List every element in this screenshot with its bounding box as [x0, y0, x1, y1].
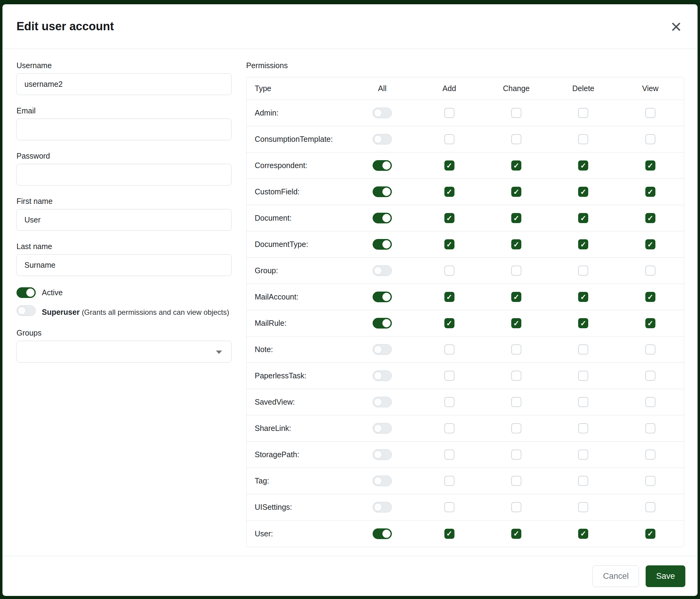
permission-view-checkbox[interactable]: ✓	[645, 318, 655, 328]
permission-view-checkbox[interactable]	[645, 108, 655, 118]
permission-view-checkbox[interactable]: ✓	[645, 213, 655, 223]
permission-delete-checkbox[interactable]	[578, 266, 588, 275]
permission-view-checkbox[interactable]	[645, 344, 655, 355]
permission-delete-checkbox[interactable]	[578, 423, 588, 433]
permission-view-checkbox[interactable]: ✓	[645, 292, 655, 302]
permission-view-checkbox[interactable]	[645, 450, 655, 460]
permission-all-toggle[interactable]	[373, 397, 392, 407]
last-name-input[interactable]	[17, 254, 231, 276]
permission-view-checkbox[interactable]	[645, 397, 655, 407]
password-input[interactable]	[17, 164, 231, 186]
permission-add-checkbox[interactable]	[444, 108, 454, 118]
permission-change-checkbox[interactable]	[511, 108, 521, 118]
permission-delete-checkbox[interactable]: ✓	[578, 292, 588, 302]
permissions-column-header: Type	[247, 84, 349, 93]
permission-change-checkbox[interactable]	[511, 344, 521, 355]
cancel-button[interactable]: Cancel	[593, 566, 639, 587]
permission-change-checkbox[interactable]	[511, 266, 521, 275]
permission-add-checkbox[interactable]	[444, 450, 454, 460]
permission-all-toggle[interactable]	[373, 423, 392, 434]
email-input[interactable]	[17, 119, 231, 140]
permission-delete-checkbox[interactable]: ✓	[578, 187, 588, 197]
permission-add-checkbox[interactable]: ✓	[444, 239, 454, 249]
permission-change-checkbox[interactable]: ✓	[511, 213, 521, 223]
permission-delete-checkbox[interactable]	[578, 344, 588, 355]
permission-all-toggle[interactable]	[373, 502, 392, 512]
permission-delete-checkbox[interactable]: ✓	[578, 239, 588, 249]
permission-all-toggle[interactable]	[373, 239, 392, 250]
permission-delete-checkbox[interactable]	[578, 476, 588, 486]
permission-all-toggle[interactable]	[373, 370, 392, 381]
permission-all-toggle[interactable]	[373, 213, 392, 223]
permission-delete-checkbox[interactable]: ✓	[578, 213, 588, 223]
permission-add-checkbox[interactable]	[444, 423, 454, 433]
permission-all-toggle[interactable]	[373, 449, 392, 460]
permission-change-checkbox[interactable]	[511, 134, 521, 144]
permission-view-checkbox[interactable]: ✓	[645, 239, 655, 249]
permission-view-checkbox[interactable]	[645, 134, 655, 144]
permission-change-checkbox[interactable]: ✓	[511, 292, 521, 302]
permission-delete-checkbox[interactable]: ✓	[578, 161, 588, 170]
permission-delete-checkbox[interactable]	[578, 450, 588, 460]
permission-add-checkbox[interactable]: ✓	[444, 292, 454, 302]
first-name-input[interactable]	[17, 209, 231, 231]
permission-change-checkbox[interactable]: ✓	[511, 529, 521, 539]
permission-add-checkbox[interactable]	[444, 134, 454, 144]
permission-change-checkbox[interactable]: ✓	[511, 161, 521, 170]
superuser-toggle[interactable]	[17, 305, 36, 316]
permission-add-checkbox[interactable]: ✓	[444, 161, 454, 170]
permission-delete-checkbox[interactable]	[578, 371, 588, 381]
permission-all-toggle[interactable]	[373, 291, 392, 302]
permission-delete-checkbox[interactable]: ✓	[578, 529, 588, 539]
last-name-field-group: Last name	[17, 242, 231, 276]
permission-add-checkbox[interactable]: ✓	[444, 213, 454, 223]
permission-view-checkbox[interactable]: ✓	[645, 529, 655, 539]
save-button[interactable]: Save	[646, 566, 685, 587]
permission-delete-checkbox[interactable]	[578, 134, 588, 144]
groups-select[interactable]	[17, 341, 231, 362]
permission-all-toggle[interactable]	[373, 160, 392, 171]
permission-add-checkbox[interactable]: ✓	[444, 318, 454, 328]
permission-all-toggle[interactable]	[373, 344, 392, 355]
permission-row: Document:✓✓✓✓	[247, 205, 684, 231]
permission-add-checkbox[interactable]	[444, 266, 454, 275]
permission-all-toggle[interactable]	[373, 134, 392, 145]
permission-add-checkbox[interactable]	[444, 371, 454, 381]
permission-all-toggle[interactable]	[373, 476, 392, 486]
permission-change-checkbox[interactable]	[511, 371, 521, 381]
permission-change-checkbox[interactable]	[511, 502, 521, 512]
permission-change-checkbox[interactable]	[511, 450, 521, 460]
permission-view-checkbox[interactable]	[645, 371, 655, 381]
permission-view-checkbox[interactable]	[645, 266, 655, 275]
permission-change-checkbox[interactable]: ✓	[511, 239, 521, 249]
permission-add-checkbox[interactable]	[444, 502, 454, 512]
permission-view-checkbox[interactable]	[645, 476, 655, 486]
toggle-knob	[374, 398, 382, 406]
permission-change-checkbox[interactable]	[511, 476, 521, 486]
permission-all-toggle[interactable]	[373, 265, 392, 276]
permission-add-checkbox[interactable]: ✓	[444, 187, 454, 197]
permission-add-checkbox[interactable]: ✓	[444, 529, 454, 539]
permission-view-checkbox[interactable]: ✓	[645, 187, 655, 197]
permission-delete-checkbox[interactable]	[578, 108, 588, 118]
permission-delete-checkbox[interactable]	[578, 397, 588, 407]
permission-all-toggle[interactable]	[373, 318, 392, 329]
permission-add-checkbox[interactable]	[444, 344, 454, 355]
permission-view-checkbox[interactable]: ✓	[645, 161, 655, 170]
permission-add-checkbox[interactable]	[444, 476, 454, 486]
permission-delete-checkbox[interactable]	[578, 502, 588, 512]
permission-change-checkbox[interactable]	[511, 423, 521, 433]
username-input[interactable]	[17, 73, 231, 95]
permission-add-checkbox[interactable]	[444, 397, 454, 407]
permission-all-toggle[interactable]	[373, 107, 392, 118]
permission-all-toggle[interactable]	[373, 528, 392, 539]
active-toggle[interactable]	[17, 287, 36, 298]
permission-all-toggle[interactable]	[373, 186, 392, 197]
permission-change-checkbox[interactable]	[511, 397, 521, 407]
permission-view-checkbox[interactable]	[645, 423, 655, 433]
permission-change-checkbox[interactable]: ✓	[511, 187, 521, 197]
close-button[interactable]: ×	[669, 17, 683, 36]
permission-view-checkbox[interactable]	[645, 502, 655, 512]
permission-delete-checkbox[interactable]: ✓	[578, 318, 588, 328]
permission-change-checkbox[interactable]: ✓	[511, 318, 521, 328]
